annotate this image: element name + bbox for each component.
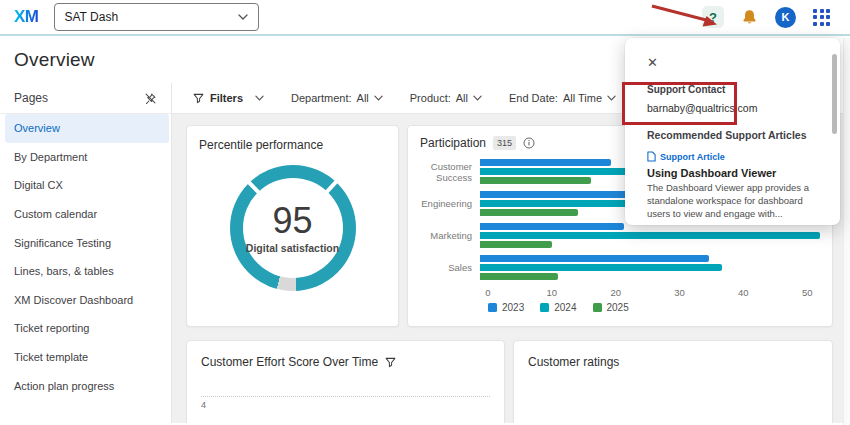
category-label: Sales (420, 262, 480, 273)
info-icon[interactable] (523, 137, 535, 149)
notifications-button[interactable] (741, 9, 758, 26)
top-bar: XM SAT Dash ? K (0, 0, 850, 36)
y-tick-label: 4 (201, 400, 490, 410)
filter-end-date[interactable]: End Date:All Time (509, 92, 616, 104)
legend-item-2024: 2024 (540, 302, 576, 313)
sidebar-item-action-plan-progress[interactable]: Action plan progress (0, 371, 171, 400)
page-title: Overview (14, 49, 95, 71)
sidebar-item-significance-testing[interactable]: Significance Testing (0, 228, 171, 257)
bar-2023-marketing (480, 223, 624, 230)
x-tick-label: 30 (674, 287, 685, 298)
filters-label: Filters (210, 92, 243, 104)
page-scrollbar[interactable] (843, 38, 850, 425)
card-title: Percentile performance (199, 138, 386, 152)
card-title: Participation (420, 136, 486, 150)
filter-product[interactable]: Product:All (410, 92, 482, 104)
x-tick-label: 50 (802, 287, 813, 298)
chart-legend: 202320242025 (488, 302, 820, 313)
card-title: Customer Effort Score Over Time (201, 355, 378, 369)
bar-2023-engineering (480, 191, 627, 198)
recommended-articles-heading: Recommended Support Articles (647, 129, 824, 141)
gauge-label: Digital satisfaction (246, 242, 339, 254)
sidebar-item-lines-bars-tables[interactable]: Lines, bars, & tables (0, 257, 171, 286)
count-badge: 315 (493, 136, 516, 150)
filter-department[interactable]: Department:All (291, 92, 383, 104)
x-tick-label: 20 (610, 287, 621, 298)
bar-2025-sales (480, 273, 558, 280)
x-tick-label: 0 (485, 287, 490, 298)
bar-2025-customer-success (480, 177, 591, 184)
x-tick-label: 10 (547, 287, 558, 298)
bar-2025-marketing (480, 241, 552, 248)
help-button[interactable]: ? (702, 6, 724, 28)
legend-item-2023: 2023 (488, 302, 524, 313)
chevron-down-icon (374, 95, 383, 101)
document-icon (647, 151, 656, 162)
sidebar-item-xm-discover-dashboard[interactable]: XM Discover Dashboard (0, 286, 171, 315)
dashboard-selector-value: SAT Dash (65, 10, 119, 24)
sidebar-item-ticket-reporting[interactable]: Ticket reporting (0, 314, 171, 343)
chevron-down-icon (607, 95, 616, 101)
customer-ratings-card: Customer ratings (513, 340, 833, 423)
bar-2024-sales (480, 264, 722, 271)
question-mark-icon: ? (709, 10, 717, 25)
unpin-icon[interactable] (144, 92, 157, 105)
bar-2025-engineering (480, 209, 578, 216)
xm-logo: XM (14, 7, 39, 27)
filter-funnel-icon (193, 93, 204, 104)
support-contact-heading: Support Contact (647, 84, 824, 95)
chart-row-marketing: Marketing (420, 223, 820, 248)
bar-2023-customer-success (480, 159, 611, 166)
filter-items: Department:AllProduct:AllEnd Date:All Ti… (291, 92, 616, 104)
card-title: Customer ratings (528, 355, 818, 369)
gridline (201, 396, 490, 397)
x-axis: 01020304050 (488, 287, 820, 300)
chevron-down-icon (473, 95, 482, 101)
legend-swatch (540, 303, 549, 312)
avatar-initial: K (782, 11, 790, 23)
close-icon[interactable]: ✕ (647, 56, 661, 69)
filter-funnel-icon[interactable] (385, 357, 396, 368)
pages-sidebar: Pages OverviewBy DepartmentDigital CXCus… (0, 83, 172, 423)
legend-swatch (488, 303, 497, 312)
article-description: The Dashboard Viewer app provides a stan… (647, 182, 824, 220)
app-grid-icon[interactable] (813, 9, 830, 26)
legend-swatch (593, 303, 602, 312)
support-contact-email: barnaby@qualtrics.com (647, 102, 824, 114)
article-title-link[interactable]: Using Dashboard Viewer (647, 167, 824, 179)
sidebar-item-digital-cx[interactable]: Digital CX (0, 171, 171, 200)
sidebar-list: OverviewBy DepartmentDigital CXCustom ca… (0, 114, 171, 400)
customer-effort-score-card: Customer Effort Score Over Time 4 (186, 340, 505, 423)
filters-dropdown[interactable]: Filters (193, 92, 264, 104)
gauge-value: 95 (272, 203, 312, 239)
bar-2023-sales (480, 255, 709, 262)
category-label: Customer Success (420, 161, 480, 183)
sidebar-item-custom-calendar[interactable]: Custom calendar (0, 200, 171, 229)
popup-scrollbar-thumb[interactable] (832, 54, 837, 134)
sidebar-title: Pages (14, 91, 48, 105)
support-popup: ✕ Support Contact barnaby@qualtrics.com … (625, 38, 840, 225)
sidebar-item-ticket-template[interactable]: Ticket template (0, 343, 171, 372)
bar-2024-customer-success (480, 168, 630, 175)
user-avatar[interactable]: K (775, 7, 796, 28)
percentile-performance-card: Percentile performance 95 Digital satisf… (186, 125, 399, 327)
x-tick-label: 40 (738, 287, 749, 298)
category-label: Engineering (420, 198, 480, 209)
sidebar-item-by-department[interactable]: By Department (0, 143, 171, 172)
chart-row-sales: Sales (420, 255, 820, 280)
chevron-down-icon (255, 95, 264, 101)
chevron-down-icon (238, 14, 248, 20)
dashboard-selector[interactable]: SAT Dash (54, 3, 259, 31)
bar-2024-marketing (480, 232, 820, 239)
legend-item-2025: 2025 (593, 302, 629, 313)
support-article-tag[interactable]: Support Article (647, 151, 824, 162)
category-label: Marketing (420, 230, 480, 241)
sidebar-item-overview[interactable]: Overview (5, 114, 169, 143)
bell-icon (741, 9, 758, 26)
gauge-chart: 95 Digital satisfaction (230, 165, 356, 291)
